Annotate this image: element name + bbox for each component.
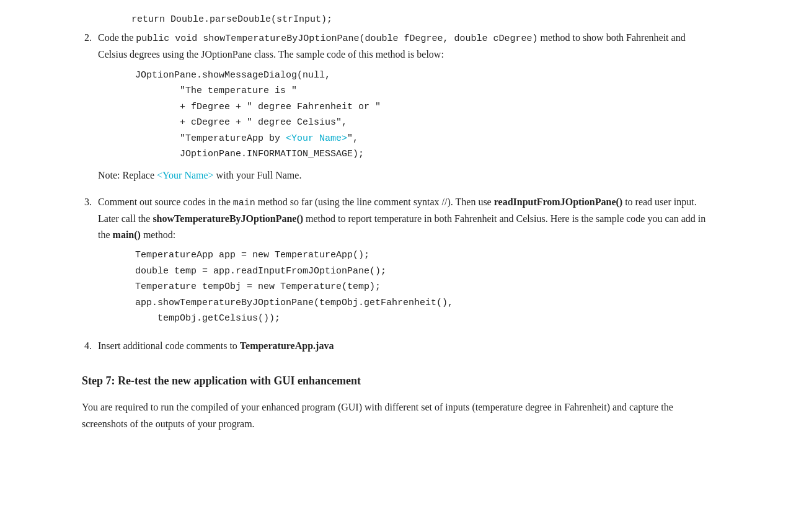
item4-text: Insert additional code comments to <box>98 340 240 351</box>
item2-method-sig: public void showTemperatureByJOptionPane… <box>136 33 537 44</box>
item3-main-bold: main() <box>113 229 141 240</box>
item4-filename: TemperatureApp.java <box>240 340 334 351</box>
return-code: return Double.parseDouble(strInput); <box>131 14 332 25</box>
item3-text1: Comment out source codes in the <box>98 197 233 207</box>
list-item-2: Code the public void showTemperatureByJO… <box>94 30 714 183</box>
item3-read-method: readInputFromJOptionPane() <box>494 197 622 207</box>
page-container: return Double.parseDouble(strInput); Cod… <box>57 0 739 458</box>
item3-code-block: TemperatureApp app = new TemperatureApp(… <box>135 247 714 327</box>
item3-text2: method so far (using the line comment sy… <box>255 197 494 207</box>
item2-note-prefix: Note: Replace <box>98 170 157 180</box>
item2-cyan-name: <Your Name> <box>286 133 347 144</box>
list-item-3: Comment out source codes in the main met… <box>94 194 714 327</box>
list-item-4: Insert additional code comments to Tempe… <box>94 338 714 354</box>
item2-code-block: JOptionPane.showMessageDialog(null, "The… <box>135 68 714 162</box>
main-list: Code the public void showTemperatureByJO… <box>82 30 714 353</box>
step7-heading: Step 7: Re-test the new application with… <box>82 372 714 390</box>
item2-note-suffix: with your Full Name. <box>214 170 302 180</box>
item2-note: Note: Replace <Your Name> with your Full… <box>98 167 714 184</box>
item2-note-cyan: <Your Name> <box>157 170 214 180</box>
step7-paragraph: You are required to run the compiled of … <box>82 399 714 432</box>
item3-main-code: main <box>233 198 255 208</box>
item3-text5: method: <box>141 229 175 240</box>
item2-intro: Code the <box>98 32 136 43</box>
item3-show-method: showTemperatureByJOptionPane() <box>153 213 303 224</box>
return-line: return Double.parseDouble(strInput); <box>82 12 714 27</box>
